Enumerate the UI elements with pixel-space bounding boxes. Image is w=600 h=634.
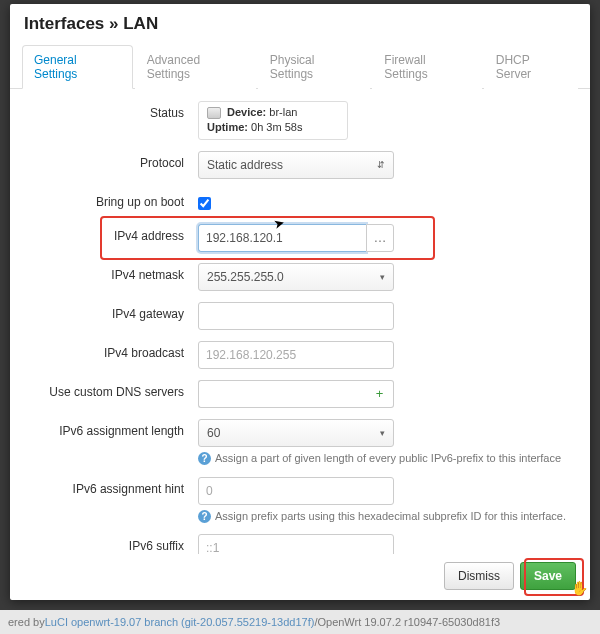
tab-physical[interactable]: Physical Settings [258, 45, 371, 89]
bringup-checkbox[interactable] [198, 197, 211, 210]
v6-len-select[interactable]: 60 ▾ [198, 419, 394, 447]
ipv4-more-button[interactable]: … [366, 224, 394, 252]
protocol-select[interactable]: Static address ⇵ [198, 151, 394, 179]
ipv4-address-input[interactable] [198, 224, 366, 252]
dns-input[interactable] [198, 380, 366, 408]
footer-link[interactable]: LuCI openwrt-19.07 branch (git-20.057.55… [45, 616, 315, 628]
tabs: General Settings Advanced Settings Physi… [10, 44, 590, 89]
page-title: Interfaces » LAN [24, 14, 576, 34]
row-protocol: Protocol Static address ⇵ [28, 151, 572, 179]
modal-footer: Dismiss Save [10, 554, 590, 600]
modal-body: Status Device: br-lan Uptime: 0h 3m 58s … [10, 89, 590, 554]
footer-bar: ered by LuCI openwrt-19.07 branch (git-2… [0, 610, 600, 634]
tab-dhcp[interactable]: DHCP Server [484, 45, 578, 89]
row-v6-hint: IPv6 assignment hint ?Assign prefix part… [28, 477, 572, 524]
label-v6-hint: IPv6 assignment hint [28, 477, 198, 496]
label-protocol: Protocol [28, 151, 198, 170]
label-v6-len: IPv6 assignment length [28, 419, 198, 438]
device-icon [207, 107, 221, 119]
row-status: Status Device: br-lan Uptime: 0h 3m 58s [28, 101, 572, 140]
chevron-down-icon: ▾ [380, 428, 385, 438]
chevron-down-icon: ▾ [380, 272, 385, 282]
tab-general[interactable]: General Settings [22, 45, 133, 89]
chevron-updown-icon: ⇵ [377, 160, 385, 170]
row-ipv4-address: IPv4 address … [28, 224, 572, 252]
interface-modal: Interfaces » LAN General Settings Advanc… [10, 4, 590, 600]
row-netmask: IPv4 netmask 255.255.255.0 ▾ [28, 263, 572, 291]
label-v6-suffix: IPv6 suffix [28, 534, 198, 553]
v6-hint-help: ?Assign prefix parts using this hexadeci… [198, 509, 572, 524]
netmask-select[interactable]: 255.255.255.0 ▾ [198, 263, 394, 291]
row-broadcast: IPv4 broadcast [28, 341, 572, 369]
v6-hint-input[interactable] [198, 477, 394, 505]
dismiss-button[interactable]: Dismiss [444, 562, 514, 590]
help-icon: ? [198, 510, 211, 523]
label-status: Status [28, 101, 198, 120]
v6-len-help: ?Assign a part of given length of every … [198, 451, 572, 466]
gateway-input[interactable] [198, 302, 394, 330]
label-bringup: Bring up on boot [28, 190, 198, 209]
row-gateway: IPv4 gateway [28, 302, 572, 330]
help-icon: ? [198, 452, 211, 465]
label-broadcast: IPv4 broadcast [28, 341, 198, 360]
broadcast-input[interactable] [198, 341, 394, 369]
row-v6-len: IPv6 assignment length 60 ▾ ?Assign a pa… [28, 419, 572, 466]
row-bringup: Bring up on boot [28, 190, 572, 213]
label-dns: Use custom DNS servers [28, 380, 198, 399]
dns-add-button[interactable]: + [366, 380, 394, 408]
tab-advanced[interactable]: Advanced Settings [135, 45, 256, 89]
label-gateway: IPv4 gateway [28, 302, 198, 321]
row-dns: Use custom DNS servers + [28, 380, 572, 408]
v6-suffix-input[interactable] [198, 534, 394, 554]
label-ipv4-address: IPv4 address [28, 224, 198, 243]
row-v6-suffix: IPv6 suffix ?Optional. Allowed values: '… [28, 534, 572, 554]
modal-header: Interfaces » LAN [10, 4, 590, 38]
save-button[interactable]: Save [520, 562, 576, 590]
status-box: Device: br-lan Uptime: 0h 3m 58s [198, 101, 348, 140]
label-netmask: IPv4 netmask [28, 263, 198, 282]
tab-firewall[interactable]: Firewall Settings [372, 45, 481, 89]
